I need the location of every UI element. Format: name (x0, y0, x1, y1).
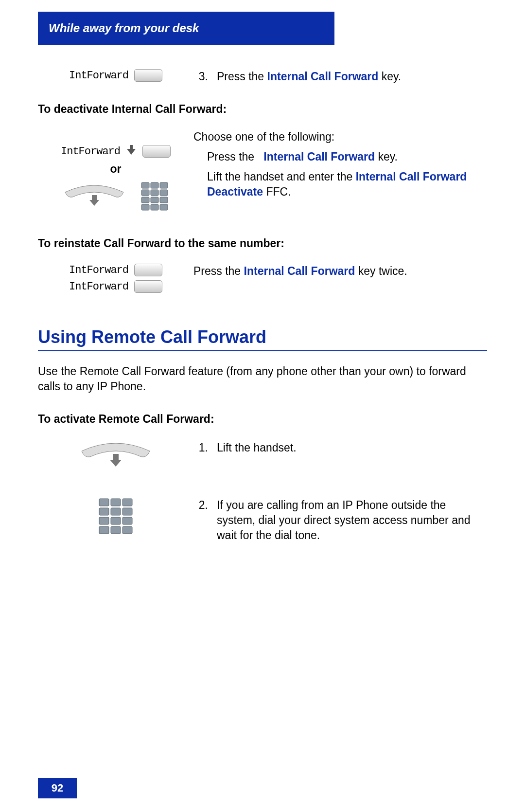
svg-rect-1 (151, 182, 158, 188)
svg-rect-14 (122, 499, 132, 506)
internal-call-forward-link: Internal Call Forward (263, 150, 375, 163)
or-text: or (110, 162, 122, 176)
step-number: 2. (193, 498, 208, 543)
svg-rect-15 (99, 508, 109, 515)
text: key. (375, 150, 398, 163)
text: key twice. (355, 265, 407, 277)
keypad-icon (98, 498, 133, 538)
step-number: 1. (193, 440, 208, 455)
content: IntForward 3. Press the Internal Call Fo… (38, 58, 487, 567)
svg-rect-16 (111, 508, 121, 515)
svg-rect-19 (111, 517, 121, 524)
handset-lift-icon (63, 182, 126, 213)
svg-rect-23 (122, 526, 132, 534)
handset-lift-icon (79, 440, 152, 473)
svg-rect-2 (160, 182, 168, 188)
reinstate-graphic: IntForward IntForward (38, 264, 193, 293)
reinstate-heading: To reinstate Call Forward to the same nu… (38, 237, 487, 250)
svg-rect-0 (141, 182, 149, 188)
svg-rect-11 (160, 204, 168, 210)
softkey-button-icon (134, 280, 162, 293)
softkey-label: IntForward (69, 264, 128, 276)
softkey-button-icon (134, 264, 162, 276)
softkey-label: IntForward (69, 70, 128, 82)
text: Press the (193, 265, 244, 277)
svg-rect-17 (122, 508, 132, 515)
svg-rect-18 (99, 517, 109, 524)
text: Press the (207, 150, 258, 163)
svg-rect-5 (160, 190, 168, 196)
step-3-text: 3. Press the Internal Call Forward key. (193, 69, 487, 84)
svg-rect-6 (141, 197, 149, 203)
reinstate-row: IntForward IntForward Press the Internal… (38, 264, 487, 293)
header-title: While away from your desk (49, 21, 199, 35)
option-1: Press the Internal Call Forward key. (193, 149, 487, 164)
svg-rect-12 (99, 499, 109, 506)
internal-call-forward-link: Internal Call Forward (267, 70, 379, 83)
choose-intro: Choose one of the following: (193, 129, 487, 144)
option-2: Lift the handset and enter the Internal … (193, 169, 487, 199)
deactivate-row: IntForward or (38, 129, 487, 214)
remote-step-1: 1. Lift the handset. (38, 440, 487, 473)
intro-text: Use the Remote Call Forward feature (fro… (38, 364, 487, 394)
internal-call-forward-link: Internal Call Forward (244, 265, 355, 277)
svg-rect-13 (111, 499, 121, 506)
indicator-icon (126, 144, 137, 159)
step-text: If you are calling from an IP Phone outs… (217, 498, 487, 543)
step-3-row: IntForward 3. Press the Internal Call Fo… (38, 69, 487, 84)
svg-rect-9 (141, 204, 149, 210)
svg-rect-8 (160, 197, 168, 203)
svg-rect-22 (111, 526, 121, 534)
main-heading: Using Remote Call Forward (38, 327, 487, 351)
step-text: Lift the handset. (217, 440, 297, 455)
svg-rect-4 (151, 190, 158, 196)
deactivate-graphic: IntForward or (38, 129, 193, 214)
page-number: 92 (38, 778, 77, 798)
svg-rect-21 (99, 526, 109, 534)
softkey-button-icon (142, 145, 171, 158)
text: Lift the handset and enter the (207, 170, 356, 183)
softkey-label: IntForward (69, 281, 128, 293)
keypad-graphic (38, 498, 193, 538)
remote-step-2: 2. If you are calling from an IP Phone o… (38, 498, 487, 543)
softkey-graphic: IntForward (38, 69, 193, 82)
softkey-label: IntForward (61, 145, 120, 158)
svg-rect-3 (141, 190, 149, 196)
keypad-icon (140, 181, 169, 214)
svg-rect-20 (122, 517, 132, 524)
text: Press the (217, 70, 267, 83)
svg-rect-10 (151, 204, 158, 210)
page: While away from your desk IntForward 3. … (0, 0, 525, 812)
text: key. (378, 70, 401, 83)
svg-rect-7 (151, 197, 158, 203)
page-number-text: 92 (52, 782, 63, 794)
activate-heading: To activate Remote Call Forward: (38, 413, 487, 426)
softkey-button-icon (134, 69, 162, 82)
deactivate-heading: To deactivate Internal Call Forward: (38, 103, 487, 116)
header-bar: While away from your desk (38, 12, 334, 45)
text: FFC. (263, 185, 291, 198)
handset-graphic (38, 440, 193, 473)
step-number: 3. (193, 69, 208, 84)
